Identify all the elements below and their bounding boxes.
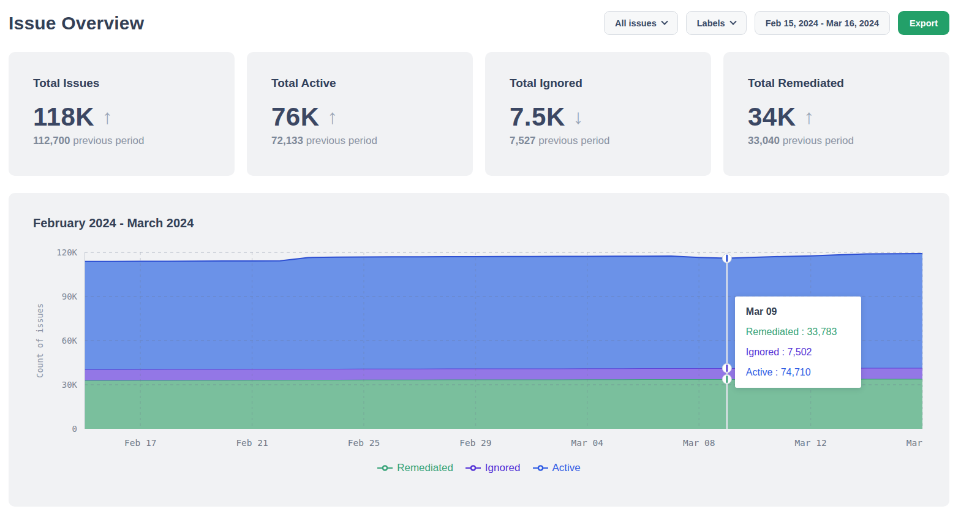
page-header: Issue Overview All issues Labels Feb 15,… xyxy=(9,11,949,35)
card-previous-period: 33,040 previous period xyxy=(748,135,925,147)
total-remediated-card: Total Remediated 34K ↑ 33,040 previous p… xyxy=(723,52,949,176)
tooltip-row: Remediated : 33,783 xyxy=(746,327,850,338)
chart-title: February 2024 - March 2024 xyxy=(33,216,925,230)
card-value: 76K xyxy=(271,102,320,132)
page-title: Issue Overview xyxy=(9,13,144,34)
legend-marker-icon xyxy=(466,464,481,472)
svg-text:Mar 04: Mar 04 xyxy=(571,438,604,448)
svg-text:Mar 12: Mar 12 xyxy=(794,438,826,448)
all-issues-dropdown-label: All issues xyxy=(615,18,657,28)
chart-tooltip: Mar 09 Remediated : 33,783Ignored : 7,50… xyxy=(735,296,861,388)
total-active-card: Total Active 76K ↑ 72,133 previous perio… xyxy=(247,52,473,176)
svg-text:Feb 29: Feb 29 xyxy=(459,438,491,448)
card-value: 34K xyxy=(748,102,796,132)
date-range-picker[interactable]: Feb 15, 2024 - Mar 16, 2024 xyxy=(755,11,890,35)
issues-chart-panel: February 2024 - March 2024 030K60K90K120… xyxy=(9,193,949,507)
export-button[interactable]: Export xyxy=(898,11,949,35)
issue-overview-page: Issue Overview All issues Labels Feb 15,… xyxy=(0,0,980,515)
svg-text:30K: 30K xyxy=(62,380,78,390)
card-previous-period: 7,527 previous period xyxy=(510,135,687,147)
card-title: Total Issues xyxy=(33,77,210,90)
legend-item-remediated[interactable]: Remediated xyxy=(377,462,453,474)
legend-item-ignored[interactable]: Ignored xyxy=(466,462,521,474)
labels-dropdown-label: Labels xyxy=(697,18,725,28)
tooltip-row: Ignored : 7,502 xyxy=(746,347,850,358)
total-ignored-card: Total Ignored 7.5K ↓ 7,527 previous peri… xyxy=(485,52,711,176)
chart-legend: RemediatedIgnoredActive xyxy=(33,462,925,474)
chevron-down-icon xyxy=(661,18,668,25)
svg-text:0: 0 xyxy=(72,424,77,434)
legend-item-active[interactable]: Active xyxy=(533,462,581,474)
svg-text:Feb 17: Feb 17 xyxy=(124,438,156,448)
card-title: Total Active xyxy=(271,77,448,90)
legend-marker-icon xyxy=(533,464,548,472)
card-title: Total Remediated xyxy=(748,77,925,90)
svg-text:Mar 16: Mar 16 xyxy=(907,438,925,448)
trend-up-icon: ↑ xyxy=(102,105,113,129)
card-value: 118K xyxy=(33,102,94,132)
card-previous-period: 112,700 previous period xyxy=(33,135,210,147)
card-value: 7.5K xyxy=(510,102,565,132)
svg-text:Feb 21: Feb 21 xyxy=(236,438,268,448)
svg-text:Feb 25: Feb 25 xyxy=(348,438,380,448)
legend-label: Ignored xyxy=(485,462,521,474)
all-issues-dropdown[interactable]: All issues xyxy=(604,11,678,35)
chevron-down-icon xyxy=(729,18,736,25)
trend-up-icon: ↑ xyxy=(804,105,815,129)
y-axis-label: Count of issues xyxy=(35,303,45,378)
legend-label: Active xyxy=(552,462,581,474)
toolbar: All issues Labels Feb 15, 2024 - Mar 16,… xyxy=(604,11,949,35)
date-range-label: Feb 15, 2024 - Mar 16, 2024 xyxy=(766,18,879,28)
trend-down-icon: ↓ xyxy=(573,105,584,129)
svg-text:120K: 120K xyxy=(56,247,77,257)
trend-up-icon: ↑ xyxy=(328,105,338,129)
chart-area: 030K60K90K120KFeb 17Feb 21Feb 25Feb 29Ma… xyxy=(33,244,925,474)
tooltip-date: Mar 09 xyxy=(746,306,850,317)
legend-label: Remediated xyxy=(397,462,453,474)
total-issues-card: Total Issues 118K ↑ 112,700 previous per… xyxy=(9,52,235,176)
svg-text:Mar 08: Mar 08 xyxy=(683,438,715,448)
labels-dropdown[interactable]: Labels xyxy=(686,11,747,35)
svg-text:90K: 90K xyxy=(62,292,78,301)
tooltip-row: Active : 74,710 xyxy=(746,367,850,378)
card-previous-period: 72,133 previous period xyxy=(271,135,448,147)
card-title: Total Ignored xyxy=(510,77,687,90)
stat-cards-row: Total Issues 118K ↑ 112,700 previous per… xyxy=(9,52,949,176)
legend-marker-icon xyxy=(377,464,393,472)
svg-text:60K: 60K xyxy=(62,336,78,346)
